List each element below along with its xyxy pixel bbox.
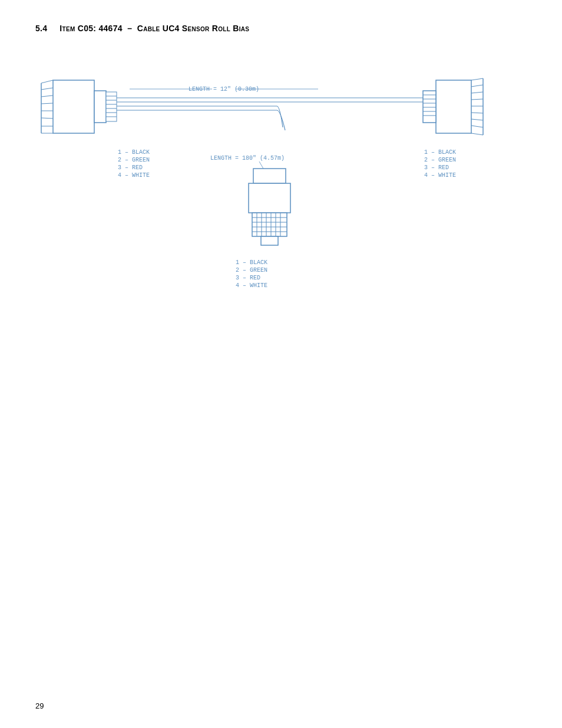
page: 5.4 Item C05: 44674 – Cable UC4 Sensor R… [0, 0, 562, 728]
svg-text:3 – RED: 3 – RED [236, 275, 260, 281]
svg-text:4 – WHITE: 4 – WHITE [424, 172, 456, 179]
svg-text:2 – GREEN: 2 – GREEN [424, 157, 456, 163]
cable-diagram: LENGTH = 12" (0.30m) LENGTH = 180" (4.57… [35, 51, 542, 298]
svg-rect-0 [53, 80, 94, 133]
length-label-top: LENGTH = 12" (0.30m) [189, 86, 259, 93]
section-title: 5.4 Item C05: 44674 – Cable UC4 Sensor R… [35, 24, 527, 33]
svg-rect-56 [261, 236, 278, 245]
svg-line-35 [471, 92, 483, 93]
svg-rect-25 [436, 80, 471, 133]
diagram-svg: LENGTH = 12" (0.30m) LENGTH = 180" (4.57… [35, 51, 542, 298]
svg-line-41 [471, 133, 483, 135]
svg-text:4 – WHITE: 4 – WHITE [236, 282, 267, 289]
length-label-bottom: LENGTH = 180" (4.57m) [210, 155, 285, 162]
svg-line-6 [41, 118, 53, 118]
svg-line-2 [41, 88, 53, 90]
svg-rect-10 [94, 91, 106, 123]
svg-text:1 – BLACK: 1 – BLACK [118, 149, 150, 156]
svg-rect-43 [253, 169, 286, 183]
svg-text:2 – GREEN: 2 – GREEN [236, 267, 267, 274]
svg-line-34 [471, 85, 483, 87]
svg-text:1 – BLACK: 1 – BLACK [236, 259, 267, 266]
svg-line-33 [471, 78, 483, 80]
svg-line-3 [41, 95, 53, 97]
svg-line-36 [471, 99, 483, 100]
section-number: 5.4 [35, 24, 47, 33]
svg-text:4 – WHITE: 4 – WHITE [118, 172, 150, 179]
svg-line-38 [471, 113, 483, 113]
svg-text:1 – BLACK: 1 – BLACK [424, 149, 456, 156]
svg-line-39 [471, 119, 483, 120]
svg-rect-44 [249, 183, 290, 213]
svg-rect-45 [252, 213, 287, 236]
svg-line-1 [41, 80, 53, 83]
svg-line-40 [471, 126, 483, 127]
svg-text:3 – RED: 3 – RED [424, 164, 449, 171]
section-heading: Item C05: 44674 – Cable UC4 Sensor Roll … [59, 24, 249, 33]
svg-line-4 [41, 103, 53, 104]
svg-text:3 – RED: 3 – RED [118, 164, 143, 171]
page-number: 29 [35, 701, 44, 710]
svg-text:2 – GREEN: 2 – GREEN [118, 157, 150, 163]
svg-rect-26 [423, 91, 436, 123]
